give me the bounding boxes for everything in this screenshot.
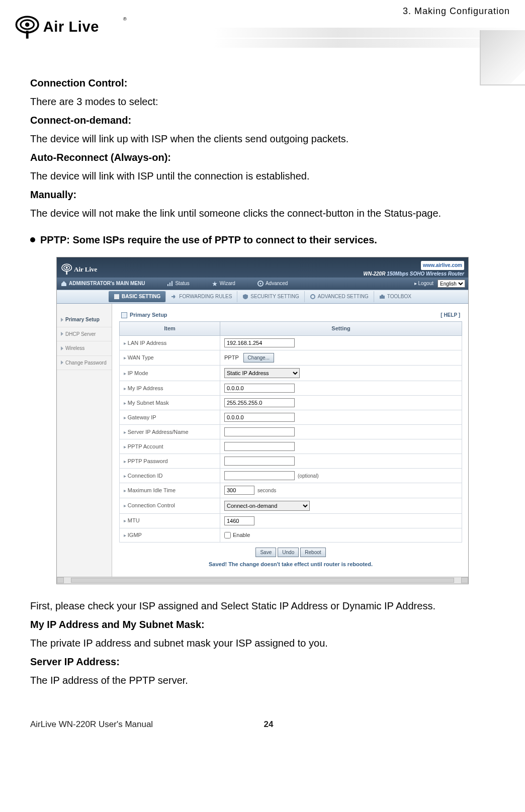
para-auto: The device will link with ISP until the … — [30, 168, 495, 184]
para-server-ip: The IP address of the PPTP server. — [30, 673, 495, 688]
nav-advanced[interactable]: Advanced — [246, 280, 299, 288]
row-my-ip-label: My IP Address — [120, 381, 220, 396]
scroll-track[interactable] — [71, 578, 454, 583]
security-icon — [242, 294, 248, 300]
svg-rect-3 — [26, 31, 29, 39]
my-mask-input[interactable] — [224, 398, 295, 407]
shot-banner-right: www.airlive.com WN-220R 150Mbps SOHO Wir… — [363, 261, 464, 278]
save-button[interactable]: Save — [255, 548, 276, 557]
row-lan-ip-label: LAN IP Address — [120, 336, 220, 350]
undo-button[interactable]: Undo — [278, 548, 299, 557]
scroll-right-icon[interactable] — [461, 577, 468, 583]
connection-id-input[interactable] — [224, 471, 295, 480]
running-head: 3. Making Configuration — [403, 6, 510, 17]
page-corner-tab — [480, 30, 525, 85]
heading-server-ip: Server IP Address: — [30, 654, 495, 670]
tab-toolbox[interactable]: TOOLBOX — [374, 291, 416, 302]
action-row: Save Undo Reboot — [119, 548, 462, 557]
primary-nav: ADMINISTRATOR's MAIN MENU Status Wizard … — [57, 278, 468, 290]
svg-text:®: ® — [123, 16, 127, 22]
brand-logo: Air Live ® — [15, 13, 131, 43]
config-table: Item Setting LAN IP Address WAN Type PPT… — [119, 321, 462, 543]
svg-point-17 — [311, 295, 315, 299]
igmp-enable-checkbox[interactable] — [224, 532, 231, 538]
svg-point-15 — [259, 283, 261, 285]
max-idle-input[interactable] — [224, 486, 254, 495]
connection-id-suffix: (optional) — [298, 473, 319, 479]
tab-tool-label: TOOLBOX — [387, 293, 411, 301]
lan-ip-input[interactable] — [224, 338, 295, 347]
igmp-cb-label: Enable — [233, 532, 250, 538]
url-badge: www.airlive.com — [421, 261, 464, 270]
status-icon — [167, 281, 173, 287]
row-connection-id-label: Connection ID — [120, 469, 220, 483]
model-id: WN-220R — [363, 271, 385, 277]
heading-manually: Manually: — [30, 187, 495, 203]
row-mtu-label: MTU — [120, 513, 220, 528]
airlive-logo-small-icon: Air Live — [61, 262, 120, 276]
bullet-dot-icon — [30, 237, 35, 242]
para-my-ip: The private IP address and subnet mask y… — [30, 636, 495, 651]
secondary-nav: BASIC SETTING FORWARDING RULES SECURITY … — [57, 290, 468, 304]
airlive-logo-icon: Air Live ® — [15, 13, 131, 43]
nav-admin-label: ADMINISTRATOR's MAIN MENU — [69, 280, 145, 288]
content-area: Connection Control: There are 3 modes to… — [0, 50, 525, 711]
basic-icon — [114, 294, 120, 300]
reboot-button[interactable]: Reboot — [300, 548, 325, 557]
nav-admin-menu[interactable]: ADMINISTRATOR's MAIN MENU — [60, 280, 156, 288]
row-max-idle-label: Maximum Idle Time — [120, 483, 220, 498]
pptp-password-input[interactable] — [224, 457, 295, 466]
bullet-pptp-text: PPTP: Some ISPs require the use of PPTP … — [40, 232, 377, 248]
max-idle-suffix: seconds — [257, 488, 276, 493]
saved-note: Saved! The change doesn't take effect un… — [119, 560, 462, 569]
row-ip-mode-label: IP Mode — [120, 366, 220, 381]
tab-advanced-setting[interactable]: ADVANCED SETTING — [304, 291, 374, 302]
tab-sec-label: SECURITY SETTING — [250, 293, 299, 301]
server-ip-input[interactable] — [224, 427, 295, 436]
sidebar-item-dhcp-server[interactable]: DHCP Server — [57, 327, 112, 342]
sidebar-item-wireless[interactable]: Wireless — [57, 341, 112, 356]
help-link[interactable]: [ HELP ] — [441, 311, 460, 319]
para-first: First, please check your ISP assigned an… — [30, 598, 495, 614]
th-setting: Setting — [220, 322, 462, 336]
nav-advanced-label: Advanced — [266, 280, 288, 288]
mtu-input[interactable] — [224, 516, 254, 525]
row-my-mask-label: My Subnet Mask — [120, 396, 220, 410]
nav-wizard-label: Wizard — [220, 280, 235, 288]
tab-security-setting[interactable]: SECURITY SETTING — [237, 291, 304, 302]
toolbox-icon — [379, 294, 385, 300]
nav-status-label: Status — [175, 280, 189, 288]
sidebar-item-primary-setup[interactable]: Primary Setup — [57, 313, 112, 327]
svg-rect-18 — [380, 296, 385, 299]
horizontal-scrollbar[interactable] — [57, 577, 468, 584]
nav-wizard[interactable]: Wizard — [201, 280, 246, 288]
nav-logout[interactable]: ▸ Logout — [410, 280, 438, 288]
tab-basic-setting[interactable]: BASIC SETTING — [109, 291, 165, 302]
scroll-left-icon[interactable] — [57, 577, 64, 583]
tab-adv-label: ADVANCED SETTING — [318, 293, 369, 301]
tab-forwarding-rules[interactable]: FORWARDING RULES — [165, 291, 237, 302]
nav-status[interactable]: Status — [156, 280, 200, 288]
gateway-input[interactable] — [224, 413, 295, 422]
row-igmp-label: IGMP — [120, 528, 220, 542]
forwarding-icon — [171, 294, 177, 300]
home-icon — [61, 281, 67, 287]
model-tag: 150Mbps SOHO Wireless Router — [387, 271, 464, 277]
connection-control-select[interactable]: Connect-on-demand — [224, 501, 310, 511]
panel-title: Primary Setup — [121, 311, 167, 319]
svg-rect-16 — [114, 294, 119, 299]
heading-connection-control: Connection Control: — [30, 75, 495, 91]
th-item: Item — [120, 322, 220, 336]
para-cod: The device will link up with ISP when th… — [30, 131, 495, 147]
pptp-account-input[interactable] — [224, 442, 295, 451]
para-modes: There are 3 modes to select: — [30, 94, 495, 110]
language-select[interactable]: English — [438, 280, 465, 288]
shot-banner: Air Live www.airlive.com WN-220R 150Mbps… — [57, 257, 468, 278]
ip-mode-select[interactable]: Static IP Address — [224, 368, 300, 378]
router-screenshot: Air Live www.airlive.com WN-220R 150Mbps… — [56, 257, 469, 584]
page-header: 3. Making Configuration Air Live ® — [0, 0, 525, 50]
change-wan-type-button[interactable]: Change... — [243, 353, 274, 363]
svg-rect-9 — [66, 270, 67, 275]
my-ip-input[interactable] — [224, 384, 295, 393]
sidebar-item-change-password[interactable]: Change Password — [57, 356, 112, 371]
